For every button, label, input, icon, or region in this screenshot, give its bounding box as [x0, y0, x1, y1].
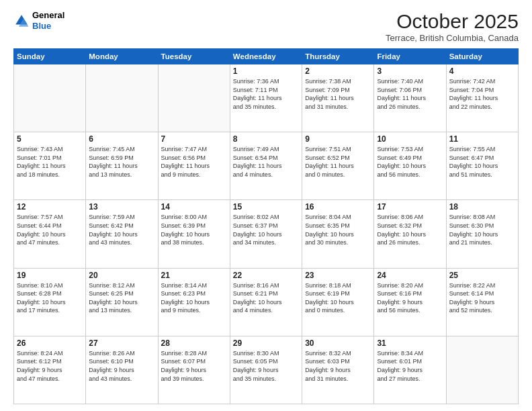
day-number: 6: [89, 134, 154, 144]
calendar-cell: [14, 64, 86, 132]
calendar-cell: [158, 64, 230, 132]
day-info: Sunrise: 8:30 AMSunset: 6:05 PMDaylight:…: [233, 349, 299, 383]
calendar-cell: 20Sunrise: 8:12 AMSunset: 6:25 PMDayligh…: [86, 268, 158, 336]
day-number: 28: [161, 338, 227, 348]
calendar-cell: 26Sunrise: 8:24 AMSunset: 6:12 PMDayligh…: [14, 336, 86, 404]
day-info: Sunrise: 8:26 AMSunset: 6:10 PMDaylight:…: [89, 349, 154, 383]
day-info: Sunrise: 7:49 AMSunset: 6:54 PMDaylight:…: [233, 145, 299, 179]
day-info: Sunrise: 7:55 AMSunset: 6:47 PMDaylight:…: [449, 145, 515, 179]
calendar-cell: 28Sunrise: 8:28 AMSunset: 6:07 PMDayligh…: [158, 336, 230, 404]
calendar-cell: 6Sunrise: 7:45 AMSunset: 6:59 PMDaylight…: [86, 132, 158, 200]
day-info: Sunrise: 7:42 AMSunset: 7:04 PMDaylight:…: [449, 77, 515, 111]
header: General Blue October 2025 Terrace, Briti…: [13, 10, 519, 43]
calendar-cell: 10Sunrise: 7:53 AMSunset: 6:49 PMDayligh…: [374, 132, 446, 200]
calendar-cell: 8Sunrise: 7:49 AMSunset: 6:54 PMDaylight…: [230, 132, 302, 200]
day-number: 29: [233, 338, 299, 348]
calendar-cell: 21Sunrise: 8:14 AMSunset: 6:23 PMDayligh…: [158, 268, 230, 336]
day-info: Sunrise: 7:38 AMSunset: 7:09 PMDaylight:…: [305, 77, 371, 111]
calendar-cell: 30Sunrise: 8:32 AMSunset: 6:03 PMDayligh…: [302, 336, 374, 404]
day-info: Sunrise: 7:45 AMSunset: 6:59 PMDaylight:…: [89, 145, 154, 179]
day-info: Sunrise: 7:43 AMSunset: 7:01 PMDaylight:…: [17, 145, 83, 179]
calendar-header-tuesday: Tuesday: [158, 49, 230, 64]
day-number: 13: [89, 202, 154, 212]
day-info: Sunrise: 8:02 AMSunset: 6:37 PMDaylight:…: [233, 213, 299, 246]
day-number: 14: [161, 202, 227, 212]
week-row-4: 19Sunrise: 8:10 AMSunset: 6:28 PMDayligh…: [14, 268, 519, 336]
calendar-cell: 2Sunrise: 7:38 AMSunset: 7:09 PMDaylight…: [302, 64, 374, 132]
calendar-cell: 24Sunrise: 8:20 AMSunset: 6:16 PMDayligh…: [374, 268, 446, 336]
calendar-cell: 3Sunrise: 7:40 AMSunset: 7:06 PMDaylight…: [374, 64, 446, 132]
day-number: 31: [377, 338, 443, 348]
calendar-cell: 7Sunrise: 7:47 AMSunset: 6:56 PMDaylight…: [158, 132, 230, 200]
calendar-header-wednesday: Wednesday: [230, 49, 302, 64]
day-info: Sunrise: 8:22 AMSunset: 6:14 PMDaylight:…: [449, 281, 515, 315]
calendar-cell: 25Sunrise: 8:22 AMSunset: 6:14 PMDayligh…: [446, 268, 518, 336]
day-info: Sunrise: 7:59 AMSunset: 6:42 PMDaylight:…: [89, 213, 154, 246]
day-number: 9: [305, 134, 371, 144]
calendar-cell: [446, 336, 518, 404]
day-number: 23: [305, 271, 371, 280]
day-number: 21: [161, 271, 227, 280]
calendar-cell: 19Sunrise: 8:10 AMSunset: 6:28 PMDayligh…: [14, 268, 86, 336]
day-number: 25: [449, 271, 515, 280]
day-number: 1: [233, 66, 299, 76]
day-number: 17: [377, 202, 443, 212]
calendar-cell: 23Sunrise: 8:18 AMSunset: 6:19 PMDayligh…: [302, 268, 374, 336]
calendar-cell: 11Sunrise: 7:55 AMSunset: 6:47 PMDayligh…: [446, 132, 518, 200]
day-info: Sunrise: 8:32 AMSunset: 6:03 PMDaylight:…: [305, 349, 371, 383]
week-row-2: 5Sunrise: 7:43 AMSunset: 7:01 PMDaylight…: [14, 132, 519, 200]
day-number: 12: [17, 202, 83, 212]
day-number: 22: [233, 271, 299, 280]
calendar-cell: 1Sunrise: 7:36 AMSunset: 7:11 PMDaylight…: [230, 64, 302, 132]
day-info: Sunrise: 8:34 AMSunset: 6:01 PMDaylight:…: [377, 349, 443, 383]
calendar-cell: 16Sunrise: 8:04 AMSunset: 6:35 PMDayligh…: [302, 200, 374, 268]
day-info: Sunrise: 8:04 AMSunset: 6:35 PMDaylight:…: [305, 213, 371, 246]
subtitle: Terrace, British Columbia, Canada: [386, 33, 519, 43]
calendar-cell: 29Sunrise: 8:30 AMSunset: 6:05 PMDayligh…: [230, 336, 302, 404]
day-number: 8: [233, 134, 299, 144]
calendar-header-friday: Friday: [374, 49, 446, 64]
calendar-header-monday: Monday: [86, 49, 158, 64]
day-number: 7: [161, 134, 227, 144]
day-number: 10: [377, 134, 443, 144]
calendar-cell: 27Sunrise: 8:26 AMSunset: 6:10 PMDayligh…: [86, 336, 158, 404]
day-info: Sunrise: 8:20 AMSunset: 6:16 PMDaylight:…: [377, 281, 443, 315]
week-row-3: 12Sunrise: 7:57 AMSunset: 6:44 PMDayligh…: [14, 200, 519, 268]
calendar-cell: 12Sunrise: 7:57 AMSunset: 6:44 PMDayligh…: [14, 200, 86, 268]
day-info: Sunrise: 7:51 AMSunset: 6:52 PMDaylight:…: [305, 145, 371, 179]
day-number: 5: [17, 134, 83, 144]
calendar-cell: 18Sunrise: 8:08 AMSunset: 6:30 PMDayligh…: [446, 200, 518, 268]
calendar-cell: 14Sunrise: 8:00 AMSunset: 6:39 PMDayligh…: [158, 200, 230, 268]
calendar-table: SundayMondayTuesdayWednesdayThursdayFrid…: [13, 48, 519, 404]
day-number: 3: [377, 66, 443, 76]
logo-icon: [13, 13, 30, 29]
day-number: 4: [449, 66, 515, 76]
day-number: 19: [17, 271, 83, 280]
calendar-header-sunday: Sunday: [14, 49, 86, 64]
logo: General Blue: [13, 10, 64, 31]
day-info: Sunrise: 7:53 AMSunset: 6:49 PMDaylight:…: [377, 145, 443, 179]
day-info: Sunrise: 8:10 AMSunset: 6:28 PMDaylight:…: [17, 281, 83, 315]
week-row-1: 1Sunrise: 7:36 AMSunset: 7:11 PMDaylight…: [14, 64, 519, 132]
week-row-5: 26Sunrise: 8:24 AMSunset: 6:12 PMDayligh…: [14, 336, 519, 404]
day-number: 20: [89, 271, 154, 280]
title-block: October 2025 Terrace, British Columbia, …: [386, 10, 519, 43]
logo-text: General Blue: [32, 10, 64, 31]
day-info: Sunrise: 8:08 AMSunset: 6:30 PMDaylight:…: [449, 213, 515, 246]
day-number: 15: [233, 202, 299, 212]
day-number: 26: [17, 338, 83, 348]
day-info: Sunrise: 8:24 AMSunset: 6:12 PMDaylight:…: [17, 349, 83, 383]
calendar-cell: 17Sunrise: 8:06 AMSunset: 6:32 PMDayligh…: [374, 200, 446, 268]
calendar-cell: 5Sunrise: 7:43 AMSunset: 7:01 PMDaylight…: [14, 132, 86, 200]
day-info: Sunrise: 7:57 AMSunset: 6:44 PMDaylight:…: [17, 213, 83, 246]
calendar-cell: 15Sunrise: 8:02 AMSunset: 6:37 PMDayligh…: [230, 200, 302, 268]
day-number: 18: [449, 202, 515, 212]
day-number: 30: [305, 338, 371, 348]
calendar-header-saturday: Saturday: [446, 49, 518, 64]
day-info: Sunrise: 8:18 AMSunset: 6:19 PMDaylight:…: [305, 281, 371, 315]
day-number: 16: [305, 202, 371, 212]
main-title: October 2025: [386, 10, 519, 33]
day-info: Sunrise: 8:12 AMSunset: 6:25 PMDaylight:…: [89, 281, 154, 315]
day-info: Sunrise: 8:06 AMSunset: 6:32 PMDaylight:…: [377, 213, 443, 246]
day-number: 24: [377, 271, 443, 280]
